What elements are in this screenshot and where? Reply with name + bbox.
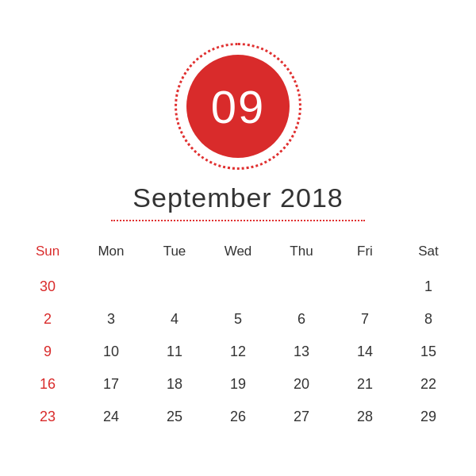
calendar-day[interactable] (79, 271, 143, 303)
calendar-day[interactable] (206, 271, 270, 303)
calendar-day[interactable]: 8 (397, 303, 460, 336)
divider (111, 220, 365, 221)
calendar-day[interactable]: 3 (79, 303, 143, 336)
calendar-day[interactable]: 17 (79, 368, 143, 401)
header-tue: Tue (143, 236, 206, 271)
calendar-day[interactable]: 23 (16, 401, 79, 433)
header-fri: Fri (333, 236, 397, 271)
calendar-day[interactable]: 10 (79, 336, 143, 368)
calendar-day[interactable]: 18 (143, 368, 206, 401)
calendar-day[interactable]: 5 (206, 303, 270, 336)
header-sun: Sun (16, 236, 79, 271)
calendar-grid: Sun Mon Tue Wed Thu Fri Sat 301234567891… (16, 236, 460, 433)
calendar-day[interactable] (333, 271, 397, 303)
calendar-day[interactable]: 21 (333, 368, 397, 401)
calendar-week-row: 16171819202122 (16, 368, 460, 401)
weekday-header-row: Sun Mon Tue Wed Thu Fri Sat (16, 236, 460, 271)
calendar-day[interactable]: 11 (143, 336, 206, 368)
month-year-label: September 2018 (132, 182, 343, 213)
calendar-body: 3012345678910111213141516171819202122232… (16, 271, 460, 433)
calendar-day[interactable]: 29 (397, 401, 460, 433)
calendar-day[interactable]: 13 (270, 336, 333, 368)
header-wed: Wed (206, 236, 270, 271)
calendar-day[interactable]: 7 (333, 303, 397, 336)
calendar-week-row: 23242526272829 (16, 401, 460, 433)
calendar-week-row: 301 (16, 271, 460, 303)
calendar-day[interactable]: 12 (206, 336, 270, 368)
calendar-day[interactable]: 4 (143, 303, 206, 336)
calendar-day[interactable]: 1 (397, 271, 460, 303)
calendar-day[interactable]: 30 (16, 271, 79, 303)
calendar-day[interactable]: 16 (16, 368, 79, 401)
month-badge-container: 09 (175, 43, 301, 170)
calendar-week-row: 9101112131415 (16, 336, 460, 368)
calendar-day[interactable]: 15 (397, 336, 460, 368)
calendar-day[interactable]: 28 (333, 401, 397, 433)
calendar-day[interactable]: 6 (270, 303, 333, 336)
calendar-day[interactable] (270, 271, 333, 303)
calendar-day[interactable]: 26 (206, 401, 270, 433)
calendar-day[interactable]: 20 (270, 368, 333, 401)
calendar-day[interactable]: 24 (79, 401, 143, 433)
calendar: 09 September 2018 Sun Mon Tue Wed Thu Fr… (16, 43, 460, 433)
calendar-day[interactable]: 2 (16, 303, 79, 336)
header-mon: Mon (79, 236, 143, 271)
dotted-ring (175, 43, 301, 170)
calendar-day[interactable]: 14 (333, 336, 397, 368)
calendar-day[interactable]: 9 (16, 336, 79, 368)
calendar-week-row: 2345678 (16, 303, 460, 336)
header-sat: Sat (397, 236, 460, 271)
header-thu: Thu (270, 236, 333, 271)
calendar-day[interactable]: 25 (143, 401, 206, 433)
calendar-day[interactable]: 22 (397, 368, 460, 401)
calendar-day[interactable]: 27 (270, 401, 333, 433)
calendar-day[interactable]: 19 (206, 368, 270, 401)
calendar-day[interactable] (143, 271, 206, 303)
